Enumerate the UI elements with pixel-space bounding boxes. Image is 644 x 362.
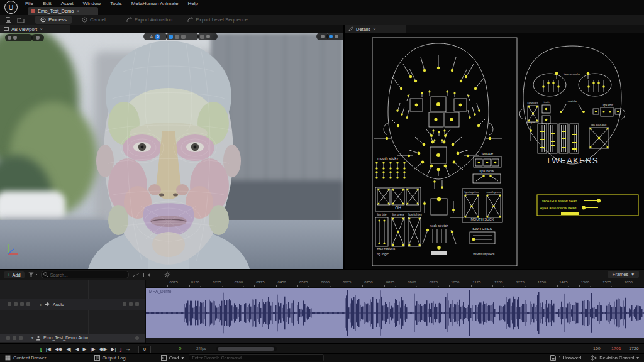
previous-key-button[interactable]: ◀◆	[53, 344, 64, 354]
metahuman-head-mesh[interactable]	[0, 36, 343, 269]
label-mouth-suck: MOUTH SUCK	[471, 217, 494, 221]
to-front-button[interactable]: |◀	[45, 344, 52, 354]
camera-icon[interactable]	[143, 269, 150, 280]
tab-details[interactable]: Details ×	[345, 25, 406, 33]
close-icon[interactable]: ×	[40, 26, 43, 32]
board-outlines	[372, 38, 625, 266]
details-tab-bar: Details ×	[345, 25, 644, 33]
overlay-toggle[interactable]	[197, 33, 218, 40]
list-options-icon[interactable]	[154, 269, 160, 280]
ruler-tick-minor	[374, 286, 374, 287]
speaker-icon	[45, 302, 50, 307]
scrollbar-thumb[interactable]	[218, 347, 274, 351]
audio-waveform[interactable]	[146, 288, 644, 338]
view-b-button[interactable]: B	[155, 34, 160, 40]
track-curve-icon[interactable]	[129, 302, 133, 306]
track-lock-icon[interactable]	[8, 302, 11, 306]
viewport-maximize-button[interactable]	[31, 34, 44, 41]
menu-file[interactable]: File	[25, 1, 33, 6]
filter-icon[interactable]	[28, 269, 37, 280]
audio-track-row[interactable]: ▸ Audio	[0, 299, 145, 310]
export-level-sequence-button[interactable]: Export Level Sequence	[182, 16, 253, 24]
menu-asset[interactable]: Asset	[61, 1, 74, 6]
ruler-tick	[341, 285, 341, 287]
revision-control-button[interactable]: Revision Control ▾	[586, 354, 644, 362]
camera-b-icon[interactable]	[335, 35, 338, 38]
actor-track-row[interactable]: ▾ Emo_Test_Demo Actor	[0, 334, 145, 342]
ab-view-toggle[interactable]: A B	[143, 33, 167, 40]
console-command-input[interactable]	[189, 354, 324, 361]
viewport-options-pill[interactable]	[5, 34, 33, 41]
track-lock-icon[interactable]	[6, 336, 10, 340]
points-icon[interactable]	[206, 35, 210, 38]
unsaved-button[interactable]: 1 Unsaved	[545, 354, 586, 362]
track-options-icon[interactable]	[26, 302, 30, 306]
search-input[interactable]	[41, 271, 129, 278]
output-log-label: Output Log	[103, 355, 126, 361]
cancel-button[interactable]: Cancel	[77, 16, 111, 24]
asset-tab-emo-test-demo[interactable]: Emo_Test_Demo ×	[28, 7, 98, 15]
track-solo-icon[interactable]	[19, 336, 23, 340]
track-camera-icon[interactable]	[135, 336, 139, 340]
export-animation-button[interactable]: Export Animation	[121, 16, 177, 24]
track-solo-icon[interactable]	[20, 302, 24, 306]
set-end-button[interactable]: ]	[119, 344, 123, 354]
step-forward-button[interactable]: |▶	[89, 344, 97, 354]
timeline-ruler[interactable]: 0075015002250300037504500525060006750750…	[146, 280, 644, 288]
follow-head-slider[interactable]	[597, 199, 601, 203]
ruler-tick-label: 1275	[516, 280, 524, 284]
timeline-scrollbar[interactable]	[216, 346, 277, 351]
step-back-button[interactable]: ◀|	[65, 344, 72, 354]
menu-help[interactable]: Help	[188, 1, 198, 6]
menu-edit[interactable]: Edit	[43, 1, 52, 6]
play-button[interactable]: ▶	[82, 344, 88, 354]
output-log-button[interactable]: Output Log	[89, 354, 131, 362]
camera-toggle[interactable]	[326, 33, 343, 40]
view-a-button[interactable]: A	[150, 35, 153, 39]
track-more-icon[interactable]	[135, 302, 139, 306]
content-drawer-button[interactable]: Content Drawer	[0, 354, 52, 362]
browse-asset-icon[interactable]	[17, 14, 25, 26]
curves-icon[interactable]	[200, 35, 204, 39]
camera-a-icon[interactable]	[329, 35, 333, 38]
follow-head-box[interactable]: face GUI follow head eyes also follow he…	[537, 195, 638, 216]
menu-metahuman-animate[interactable]: MetaHuman Animate	[131, 1, 179, 6]
close-icon[interactable]: ×	[373, 26, 376, 32]
add-track-button[interactable]: + Add	[4, 272, 25, 278]
maximize-icon	[36, 36, 40, 40]
expand-arrow-icon[interactable]: ▸	[40, 302, 42, 307]
footage-display-toggle[interactable]	[166, 33, 199, 40]
menu-tools[interactable]: Tools	[110, 1, 122, 6]
collapse-arrow-icon[interactable]: ▾	[31, 336, 33, 340]
mesh-icon[interactable]	[181, 35, 186, 39]
cmd-dropdown[interactable]: Cmd ▾	[156, 354, 189, 362]
process-icon	[40, 17, 46, 23]
timeline-track-area[interactable]: MHA_Demo	[146, 288, 644, 338]
close-icon[interactable]: ×	[77, 8, 80, 14]
next-key-button[interactable]: ◆▶	[98, 344, 108, 354]
ruler-tick	[254, 285, 255, 287]
tab-ab-viewport[interactable]: AB Viewport ×	[0, 25, 70, 33]
footage-icon[interactable]	[169, 35, 173, 39]
playhead[interactable]	[147, 280, 147, 338]
track-mute-icon[interactable]	[14, 302, 18, 306]
track-key-icon[interactable]	[123, 302, 126, 306]
frames-dropdown[interactable]: Frames ▾	[608, 271, 639, 278]
control-board-svg[interactable]: mouth sticky tongue lips blow OH lips bi…	[345, 36, 644, 269]
search-box[interactable]	[41, 271, 129, 278]
process-button[interactable]: Process	[35, 16, 72, 24]
track-mute-icon[interactable]	[13, 336, 16, 340]
save-icon[interactable]	[5, 14, 12, 26]
set-start-button[interactable]: [	[39, 344, 43, 354]
frame-field[interactable]: 0	[138, 346, 151, 353]
settings-gear-icon[interactable]	[164, 269, 170, 280]
curve-editor-icon[interactable]	[133, 269, 140, 280]
eyes-follow-slider[interactable]	[582, 206, 586, 210]
play-reverse-button[interactable]: ◀	[74, 344, 80, 354]
to-end-button[interactable]: ▶|	[109, 344, 117, 354]
menu-window[interactable]: Window	[83, 1, 101, 6]
jump-button[interactable]: →	[124, 344, 131, 354]
ruler-tick-label: 0525	[299, 280, 308, 284]
depth-icon[interactable]	[175, 35, 179, 39]
viewport-3d[interactable]: A B	[0, 33, 343, 269]
